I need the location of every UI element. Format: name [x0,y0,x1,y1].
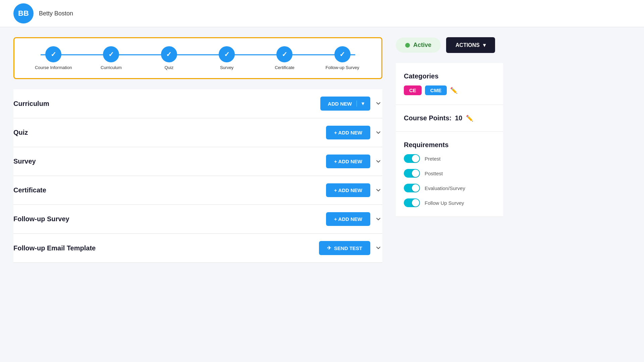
actions-dropdown-icon: ▾ [483,42,486,48]
actions-button[interactable]: ACTIONS ▾ [446,37,495,53]
send-icon: ✈ [327,245,331,251]
section-title-followup-survey: Follow-up Survey [13,215,69,223]
dropdown-divider [357,101,357,107]
stepper-step-course-info[interactable]: ✓ Course Information [24,46,82,70]
requirement-label-pretest: Pretest [425,156,441,162]
section-title-quiz: Quiz [13,129,28,136]
requirement-pretest: Pretest [404,154,495,163]
toggle-evaluation-survey[interactable] [404,184,420,192]
top-bar: BB Betty Boston [0,0,644,27]
section-title-survey: Survey [13,158,36,165]
step-circle-quiz: ✓ [161,46,177,62]
add-new-label-certificate: + ADD NEW [334,187,362,193]
requirement-label-posttest: Posttest [425,171,443,176]
stepper-step-certificate[interactable]: ✓ Certificate [256,46,313,70]
step-circle-survey: ✓ [219,46,235,62]
step-label-certificate: Certificate [275,65,294,70]
section-right-followup-email: ✈ SEND TEST [319,241,382,255]
requirement-label-followup-survey: Follow Up Survey [425,200,464,206]
section-quiz: Quiz + ADD NEW [13,118,382,147]
category-tag-ce: CE [404,85,422,95]
expand-icon-followup-survey[interactable] [374,215,382,223]
add-new-dropdown-label-curriculum: ADD NEW [328,101,352,107]
step-circle-certificate: ✓ [276,46,292,62]
expand-icon-quiz[interactable] [374,129,382,137]
main-layout: ✓ Course Information ✓ Curriculum ✓ Quiz… [0,27,644,273]
requirement-evaluation-survey: Evaluation/Survey [404,184,495,192]
actions-button-label: ACTIONS [455,42,480,48]
content-area: ✓ Course Information ✓ Curriculum ✓ Quiz… [13,37,382,263]
section-survey: Survey + ADD NEW [13,147,382,176]
avatar-initials: BB [18,9,29,18]
step-label-followup-survey: Follow-up Survey [326,65,359,70]
requirement-posttest: Posttest [404,169,495,178]
status-actions-bar: Active ACTIONS ▾ [396,37,503,53]
section-title-followup-email: Follow-up Email Template [13,244,96,252]
expand-icon-survey[interactable] [374,158,382,166]
step-label-survey: Survey [220,65,233,70]
section-right-curriculum: ADD NEW ▾ [320,97,382,111]
course-points-edit-icon[interactable]: ✏️ [466,115,473,122]
section-followup-survey: Follow-up Survey + ADD NEW [13,205,382,234]
categories-title: Categories [404,72,495,80]
toggle-posttest[interactable] [404,169,420,178]
section-title-certificate: Certificate [13,186,46,194]
section-followup-email: Follow-up Email Template ✈ SEND TEST [13,234,382,263]
section-right-survey: + ADD NEW [326,155,382,168]
requirements-list: Pretest Posttest Evaluation/Survey [404,154,495,207]
section-right-followup-survey: + ADD NEW [326,212,382,226]
add-new-label-survey: + ADD NEW [334,159,362,164]
course-points-card: Course Points: 10 ✏️ [396,105,503,132]
categories-row: CE CME ✏️ [404,85,495,95]
stepper-step-quiz[interactable]: ✓ Quiz [140,46,198,70]
requirement-label-evaluation-survey: Evaluation/Survey [425,185,465,191]
stepper-step-followup-survey[interactable]: ✓ Follow-up Survey [314,46,371,70]
add-new-button-quiz[interactable]: + ADD NEW [326,126,370,139]
expand-icon-curriculum[interactable] [374,100,382,108]
expand-icon-followup-email[interactable] [374,244,382,252]
section-certificate: Certificate + ADD NEW [13,176,382,205]
step-label-course-info: Course Information [35,65,72,70]
step-circle-course-info: ✓ [45,46,61,62]
add-new-dropdown-button-curriculum[interactable]: ADD NEW ▾ [320,97,370,111]
add-new-button-followup-survey[interactable]: + ADD NEW [326,212,370,226]
toggle-pretest[interactable] [404,154,420,163]
stepper: ✓ Course Information ✓ Curriculum ✓ Quiz… [24,46,371,70]
add-new-button-certificate[interactable]: + ADD NEW [326,183,370,197]
requirements-title: Requirements [404,141,495,149]
send-test-button[interactable]: ✈ SEND TEST [319,241,370,255]
status-dot [405,43,410,48]
course-points-label: Course Points: [404,114,451,122]
send-test-label: SEND TEST [334,245,362,251]
categories-edit-icon[interactable]: ✏️ [450,87,458,94]
avatar: BB [13,3,34,23]
section-curriculum: Curriculum ADD NEW ▾ [13,89,382,118]
expand-icon-certificate[interactable] [374,186,382,194]
toggle-followup-survey[interactable] [404,198,420,207]
stepper-wrapper: ✓ Course Information ✓ Curriculum ✓ Quiz… [13,37,382,79]
status-badge: Active [396,38,441,53]
stepper-step-survey[interactable]: ✓ Survey [198,46,256,70]
toggle-knob-followup-survey [412,199,419,206]
toggle-knob-pretest [412,155,419,162]
section-right-quiz: + ADD NEW [326,126,382,139]
add-new-label-quiz: + ADD NEW [334,130,362,135]
requirements-card: Requirements Pretest Posttest [396,132,503,217]
course-points-row: Course Points: 10 ✏️ [404,114,495,122]
status-label: Active [413,42,431,49]
add-new-button-survey[interactable]: + ADD NEW [326,155,370,168]
step-label-quiz: Quiz [164,65,173,70]
toggle-knob-posttest [412,170,419,177]
step-label-curriculum: Curriculum [101,65,122,70]
requirement-followup-survey: Follow Up Survey [404,198,495,207]
section-title-curriculum: Curriculum [13,100,49,108]
user-name: Betty Boston [39,10,73,17]
course-points-value: 10 [455,114,462,122]
dropdown-arrow-icon: ▾ [362,101,364,107]
step-circle-followup-survey: ✓ [334,46,351,62]
step-circle-curriculum: ✓ [103,46,119,62]
stepper-step-curriculum[interactable]: ✓ Curriculum [82,46,140,70]
section-right-certificate: + ADD NEW [326,183,382,197]
sidebar: Active ACTIONS ▾ Categories CE CME ✏️ Co… [396,37,503,263]
category-tag-cme: CME [425,85,447,95]
